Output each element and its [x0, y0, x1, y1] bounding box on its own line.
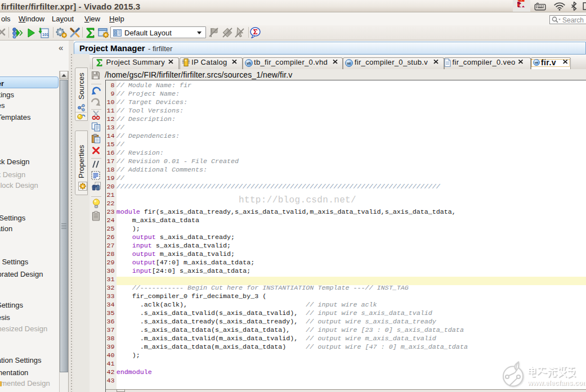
svg-text:ve: ve	[347, 61, 352, 65]
svg-text:ve: ve	[534, 61, 538, 64]
svg-text:101: 101	[42, 33, 49, 37]
svg-text:vh: vh	[247, 61, 251, 65]
